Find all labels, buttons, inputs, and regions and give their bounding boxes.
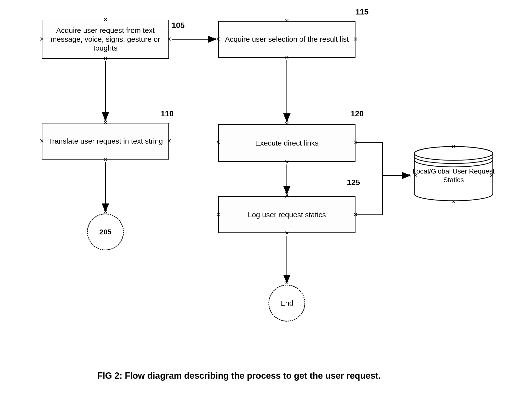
box-text: Acquire user selection of the result lis…: [225, 35, 349, 44]
circle-text: End: [280, 299, 293, 307]
figure-caption: FIG 2: Flow diagram describing the proce…: [86, 371, 392, 381]
tick-mark: ✕: [216, 212, 220, 217]
tick-mark: ✕: [103, 118, 108, 123]
tick-mark: ✕: [353, 140, 358, 145]
process-box-115: Acquire user selection of the result lis…: [218, 21, 355, 58]
label-115: 115: [355, 7, 368, 16]
process-box-105: Acquire user request from text message, …: [42, 20, 169, 59]
label-125: 125: [347, 178, 360, 187]
database-cylinder: Local/Global User Request Statics: [412, 145, 495, 204]
tick-mark: ✕: [451, 144, 456, 149]
tick-mark: ✕: [103, 209, 108, 214]
tick-mark: ✕: [353, 212, 358, 217]
connector-205: 205: [87, 214, 124, 250]
box-text: Translate user request in text string: [48, 137, 163, 146]
box-text: Log user request statics: [248, 210, 326, 219]
tick-mark: ✕: [451, 199, 456, 205]
diagram-canvas: Acquire user request from text message, …: [0, 0, 532, 418]
tick-mark: ✕: [285, 159, 289, 165]
tick-mark: ✕: [103, 17, 108, 22]
tick-mark: ✕: [285, 119, 289, 124]
tick-mark: ✕: [285, 230, 289, 236]
tick-mark: ✕: [103, 56, 108, 62]
tick-mark: ✕: [39, 37, 44, 42]
process-box-110: Translate user request in text string: [42, 123, 169, 160]
label-120: 120: [351, 109, 364, 118]
tick-mark: ✕: [285, 280, 289, 285]
tick-mark: ✕: [285, 18, 289, 24]
tick-mark: ✕: [413, 173, 418, 178]
process-box-120: Execute direct links: [218, 124, 355, 162]
box-text: Execute direct links: [255, 139, 318, 148]
tick-mark: ✕: [167, 138, 171, 144]
tick-mark: ✕: [285, 191, 289, 197]
label-105: 105: [172, 21, 185, 30]
label-110: 110: [161, 109, 174, 118]
tick-mark: ✕: [353, 37, 358, 42]
tick-mark: ✕: [407, 173, 411, 178]
tick-mark: ✕: [103, 157, 108, 162]
circle-text: 205: [99, 228, 112, 236]
terminator-end: End: [268, 285, 305, 322]
tick-mark: ✕: [167, 37, 171, 42]
tick-mark: ✕: [216, 140, 220, 145]
process-box-125: Log user request statics: [218, 196, 355, 233]
database-label: Local/Global User Request Statics: [412, 167, 495, 184]
tick-mark: ✕: [39, 138, 44, 144]
tick-mark: ✕: [489, 173, 494, 178]
tick-mark: ✕: [213, 37, 217, 42]
tick-mark: ✕: [285, 55, 289, 60]
box-text: Acquire user request from text message, …: [45, 26, 165, 53]
